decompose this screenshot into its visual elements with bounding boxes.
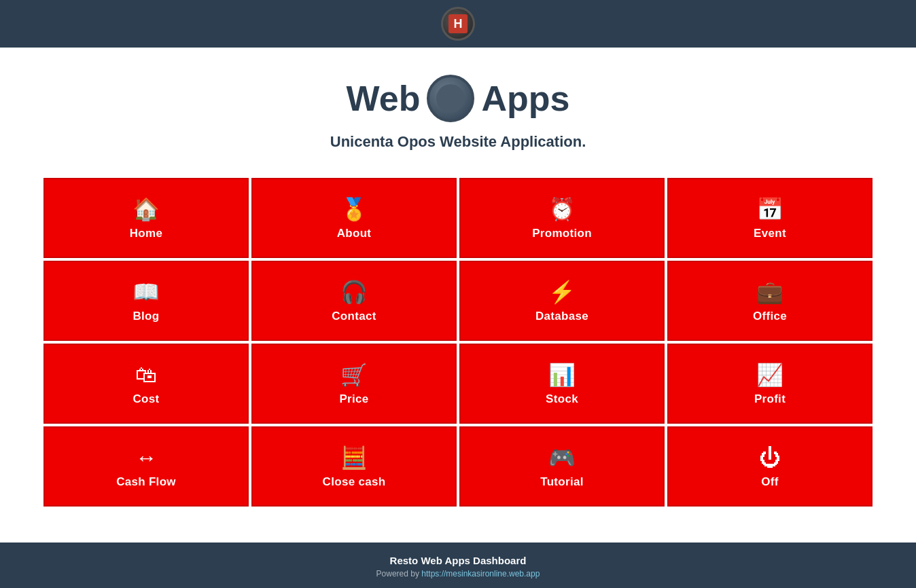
hero-circle-inner [436,84,465,113]
grid-item-event[interactable]: 📅Event [667,178,873,258]
about-label: About [337,227,372,240]
footer-link[interactable]: https://mesinkasironline.web.app [421,569,540,578]
grid-item-about[interactable]: 🏅About [251,178,457,258]
grid-item-off[interactable]: ⏻Off [667,426,873,507]
grid-item-close-cash[interactable]: 🧮Close cash [251,426,457,507]
close-cash-label: Close cash [323,475,386,489]
grid-item-office[interactable]: 💼Office [667,261,873,341]
grid-item-tutorial[interactable]: 🎮Tutorial [459,426,665,507]
grid-item-blog[interactable]: 📖Blog [43,261,249,341]
grid-item-price[interactable]: 🛒Price [251,344,457,424]
hero-circle [427,75,474,122]
event-label: Event [754,227,786,240]
footer-powered-by-text: Powered by [376,569,422,578]
database-icon: ⚡ [548,281,576,303]
price-label: Price [339,392,368,406]
header-logo-letter: H [454,17,463,31]
off-icon: ⏻ [759,447,781,468]
profit-icon: 📈 [756,364,783,386]
hero-title-left: Web [347,78,421,119]
close-cash-icon: 🧮 [340,447,368,468]
hero-subtitle: Unicenta Opos Website Application. [330,133,586,151]
footer-subtitle: Powered by https://mesinkasironline.web.… [0,569,916,578]
home-icon: 🏠 [133,198,160,220]
event-icon: 📅 [756,198,783,220]
grid-item-promotion[interactable]: ⏰Promotion [459,178,665,258]
main-content: Web Apps Unicenta Opos Website Applicati… [0,48,916,543]
about-icon: 🏅 [340,198,368,220]
menu-grid: 🏠Home🏅About⏰Promotion📅Event📖Blog🎧Contact… [43,178,873,507]
grid-item-cash-flow[interactable]: ↔Cash Flow [43,426,249,507]
office-icon: 💼 [756,281,783,303]
app-header: H [0,0,916,48]
cash-flow-icon: ↔ [135,447,157,468]
grid-item-contact[interactable]: 🎧Contact [251,261,457,341]
grid-item-stock[interactable]: 📊Stock [459,344,665,424]
blog-label: Blog [133,310,160,323]
profit-label: Profit [754,392,786,406]
grid-item-database[interactable]: ⚡Database [459,261,665,341]
promotion-icon: ⏰ [548,198,576,220]
contact-icon: 🎧 [340,281,368,303]
grid-item-cost[interactable]: 🛍Cost [43,344,249,424]
header-logo: H [441,7,475,41]
app-footer: Resto Web Apps Dashboard Powered by http… [0,543,916,588]
grid-item-profit[interactable]: 📈Profit [667,344,873,424]
hero-title-right: Apps [481,78,569,119]
tutorial-icon: 🎮 [548,447,576,468]
home-label: Home [130,227,162,240]
price-icon: 🛒 [340,364,368,386]
cost-icon: 🛍 [135,364,157,386]
hero-title-container: Web Apps [347,75,570,122]
grid-item-home[interactable]: 🏠Home [43,178,249,258]
tutorial-label: Tutorial [540,475,583,489]
footer-title: Resto Web Apps Dashboard [0,555,916,566]
contact-label: Contact [332,310,376,323]
office-label: Office [753,310,787,323]
cost-label: Cost [133,392,160,406]
blog-icon: 📖 [133,281,160,303]
promotion-label: Promotion [532,227,592,240]
stock-icon: 📊 [548,364,576,386]
cash-flow-label: Cash Flow [116,475,176,489]
database-label: Database [535,310,588,323]
stock-label: Stock [546,392,578,406]
off-label: Off [761,475,778,489]
header-logo-inner: H [448,14,468,33]
